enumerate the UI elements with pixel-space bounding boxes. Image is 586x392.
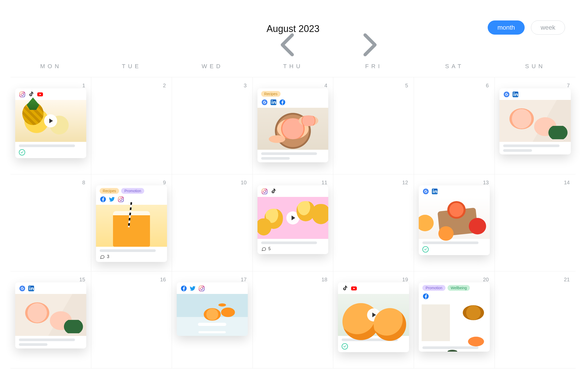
comments-count: 5 xyxy=(268,246,271,251)
post-caption-placeholder xyxy=(100,249,163,252)
day-number: 2 xyxy=(163,83,166,89)
day-number: 8 xyxy=(82,180,85,186)
day-number: 21 xyxy=(564,277,570,283)
view-month-button[interactable]: month xyxy=(488,20,525,35)
post-card-footer xyxy=(257,150,329,162)
post-thumbnail[interactable] xyxy=(499,100,571,142)
day-cell[interactable]: 16 xyxy=(91,271,172,368)
day-cell[interactable]: 115 xyxy=(253,174,334,271)
post-card-footer xyxy=(419,239,490,255)
facebook-icon xyxy=(100,196,106,203)
tag-recipes: Recipes xyxy=(261,91,281,97)
post-card-header: RecipesPromotion xyxy=(96,185,167,205)
post-card[interactable]: PromotionWellbeing xyxy=(419,282,490,352)
calendar-page: August 2023 month week MONTUEWEDTHUFRISA… xyxy=(0,0,586,392)
day-cell[interactable]: 13 xyxy=(414,174,495,271)
day-number: 6 xyxy=(486,83,489,89)
day-cell[interactable]: 18 xyxy=(253,271,334,368)
day-cell[interactable]: 6 xyxy=(414,77,495,174)
placeholder-line xyxy=(261,241,317,244)
post-card[interactable]: RecipesPromotion3 xyxy=(96,185,167,262)
day-cell[interactable]: 12 xyxy=(333,174,414,271)
tiktok-icon xyxy=(270,188,277,195)
view-week-button[interactable]: week xyxy=(531,20,565,35)
post-card[interactable]: 5 xyxy=(257,185,329,254)
facebook-icon xyxy=(422,293,429,300)
play-icon[interactable] xyxy=(44,114,57,127)
day-cell[interactable]: 14 xyxy=(495,174,576,271)
instagram-icon xyxy=(117,196,124,203)
google-icon xyxy=(261,99,268,106)
post-card-footer xyxy=(15,336,86,348)
day-number: 16 xyxy=(160,277,166,283)
next-month-button[interactable] xyxy=(329,25,336,33)
placeholder-line xyxy=(503,144,560,147)
play-icon[interactable] xyxy=(286,211,299,224)
day-cell[interactable]: 17 xyxy=(172,271,253,368)
day-number: 7 xyxy=(567,83,570,89)
post-card[interactable] xyxy=(338,282,409,352)
google-icon xyxy=(503,91,510,98)
day-cell[interactable]: 7 xyxy=(495,77,576,174)
placeholder-line xyxy=(503,149,532,152)
post-card-header xyxy=(419,185,490,197)
tag-recipes: Recipes xyxy=(100,188,119,194)
post-tags: RecipesPromotion xyxy=(100,188,163,194)
day-number: 19 xyxy=(402,277,408,283)
post-platforms xyxy=(180,285,244,292)
comments-indicator[interactable]: 3 xyxy=(100,254,163,259)
post-card[interactable]: Recipes xyxy=(257,88,329,162)
post-thumbnail[interactable] xyxy=(257,197,329,239)
day-number: 4 xyxy=(324,83,327,89)
day-number: 12 xyxy=(402,180,408,186)
post-card[interactable] xyxy=(177,282,248,336)
calendar-grid: 1234Recipes56789RecipesPromotion31011512… xyxy=(10,77,576,368)
day-cell[interactable]: 21 xyxy=(495,271,576,368)
day-cell[interactable]: 1 xyxy=(10,77,91,174)
check-icon xyxy=(342,343,348,350)
placeholder-line xyxy=(19,343,47,346)
post-thumbnail[interactable] xyxy=(338,294,409,336)
post-tags: Recipes xyxy=(261,91,325,97)
weekday-header: MONTUEWEDTHUFRISATSUN xyxy=(10,63,576,77)
day-number: 11 xyxy=(321,180,327,186)
post-thumbnail[interactable] xyxy=(419,302,490,344)
instagram-icon xyxy=(19,91,26,98)
day-cell[interactable]: 8 xyxy=(10,174,91,271)
post-card[interactable] xyxy=(15,88,86,158)
day-cell[interactable]: 3 xyxy=(172,77,253,174)
tag-promotion: Promotion xyxy=(121,188,144,194)
post-thumbnail[interactable] xyxy=(15,294,86,336)
post-tags: PromotionWellbeing xyxy=(422,285,486,291)
post-thumbnail[interactable] xyxy=(96,205,167,247)
post-thumbnail[interactable] xyxy=(177,294,248,336)
post-caption-placeholder xyxy=(503,144,567,152)
comments-count: 3 xyxy=(107,254,109,259)
post-thumbnail[interactable] xyxy=(15,100,86,142)
day-cell[interactable]: 5 xyxy=(333,77,414,174)
post-card[interactable] xyxy=(419,185,490,255)
youtube-icon xyxy=(351,285,357,292)
day-cell[interactable]: 20PromotionWellbeing xyxy=(414,271,495,368)
facebook-icon xyxy=(279,99,286,106)
weekday-label: TUE xyxy=(91,63,172,70)
linkedin-icon xyxy=(270,99,277,106)
prev-month-button[interactable] xyxy=(250,25,257,33)
calendar-header: August 2023 month week xyxy=(10,16,576,42)
day-cell[interactable]: 19 xyxy=(333,271,414,368)
post-card-footer xyxy=(419,344,490,352)
day-cell[interactable]: 10 xyxy=(172,174,253,271)
play-icon[interactable] xyxy=(367,308,380,321)
day-number: 1 xyxy=(82,83,85,89)
post-card[interactable] xyxy=(499,88,571,154)
day-cell[interactable]: 2 xyxy=(91,77,172,174)
day-cell[interactable]: 15 xyxy=(10,271,91,368)
day-number: 20 xyxy=(483,277,489,283)
day-cell[interactable]: 9RecipesPromotion3 xyxy=(91,174,172,271)
day-cell[interactable]: 4Recipes xyxy=(253,77,334,174)
comments-indicator[interactable]: 5 xyxy=(261,246,325,251)
post-thumbnail[interactable] xyxy=(257,108,329,150)
post-card[interactable] xyxy=(15,282,86,348)
post-thumbnail[interactable] xyxy=(419,197,490,239)
post-caption-placeholder xyxy=(19,144,83,147)
